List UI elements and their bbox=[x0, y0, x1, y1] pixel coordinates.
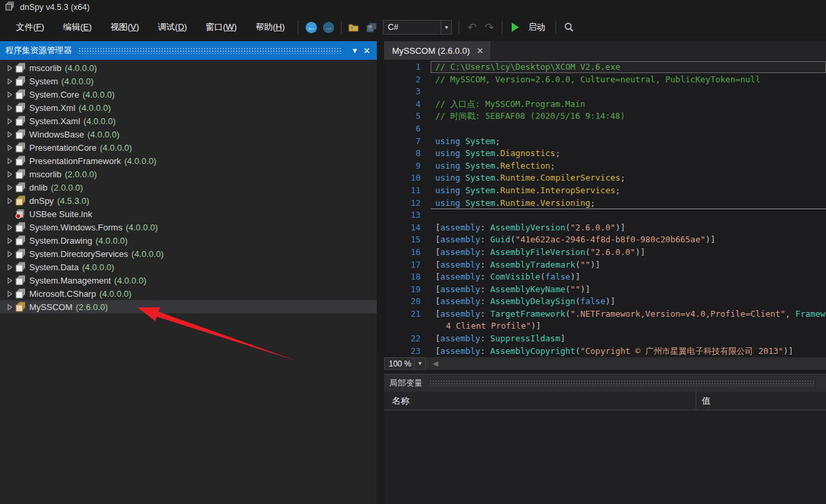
assembly-name: System.Drawing bbox=[29, 236, 92, 246]
assembly-version: (4.0.0.0) bbox=[132, 249, 163, 259]
assembly-icon bbox=[15, 195, 27, 206]
editor-bottom-bar: 100 % ▼ ◀ bbox=[384, 357, 826, 370]
assembly-tree-item[interactable]: System.Core(4.0.0.0) bbox=[0, 88, 377, 101]
expander-icon[interactable] bbox=[4, 290, 15, 297]
assembly-version: (2.0.0.0) bbox=[64, 169, 96, 179]
expander-icon[interactable] bbox=[4, 131, 15, 138]
menu-items: 文件(F)编辑(E)视图(V)调试(D)窗口(W)帮助(H) bbox=[7, 18, 294, 37]
assembly-explorer-panel: 程序集资源管理器 ▼ ✕ mscorlib(4.0.0.0)System(4.0… bbox=[0, 41, 377, 504]
assembly-tree-item[interactable]: System(4.0.0.0) bbox=[0, 74, 377, 88]
horizontal-scrollbar[interactable]: ◀ bbox=[426, 357, 826, 370]
panel-grip bbox=[429, 380, 814, 386]
panel-dropdown-button[interactable]: ▼ bbox=[349, 44, 361, 56]
expander-icon[interactable] bbox=[4, 184, 15, 191]
language-combo[interactable]: C# ▼ bbox=[383, 20, 452, 35]
assembly-tree-item[interactable]: dnlib(2.0.0.0) bbox=[0, 181, 377, 194]
menu-item[interactable]: 视图(V) bbox=[101, 18, 148, 37]
expander-icon[interactable] bbox=[4, 91, 15, 98]
assembly-tree-item[interactable]: System.Drawing(4.0.0.0) bbox=[0, 234, 377, 247]
assembly-tree-item[interactable]: mscorlib(2.0.0.0) bbox=[0, 167, 377, 181]
search-button[interactable] bbox=[560, 19, 577, 35]
expander-icon[interactable] bbox=[4, 197, 15, 205]
line-number: 20 bbox=[384, 295, 421, 308]
panel-close-button[interactable]: ✕ bbox=[361, 44, 373, 56]
expander-icon[interactable] bbox=[4, 250, 15, 258]
expander-icon[interactable] bbox=[4, 237, 15, 244]
code-line: 6 bbox=[384, 123, 826, 135]
redo-button[interactable]: ↷ bbox=[480, 19, 498, 35]
assembly-tree-item[interactable]: System.Xml(4.0.0.0) bbox=[0, 101, 377, 114]
column-header-value[interactable]: 值 bbox=[696, 392, 826, 410]
expander-icon[interactable] bbox=[4, 303, 15, 311]
assembly-version: (4.0.0.0) bbox=[84, 116, 116, 126]
expander-icon[interactable] bbox=[4, 118, 15, 125]
zoom-level-control[interactable]: 100 % bbox=[384, 357, 415, 370]
code-editor[interactable]: 1// C:\Users\lcy\Desktop\XCOM V2.6.exe2/… bbox=[384, 60, 826, 357]
assembly-name: Microsoft.CSharp bbox=[29, 289, 96, 299]
forward-button[interactable]: → bbox=[320, 19, 337, 35]
menu-item[interactable]: 帮助(H) bbox=[246, 18, 294, 37]
line-number: 11 bbox=[384, 185, 421, 197]
column-header-name[interactable]: 名称 bbox=[384, 392, 696, 410]
locals-body[interactable] bbox=[384, 411, 826, 504]
assembly-tree-item[interactable]: System.Windows.Forms(4.0.0.0) bbox=[0, 220, 377, 234]
assembly-tree-item[interactable]: PresentationFramework(4.0.0.0) bbox=[0, 154, 377, 167]
code-text bbox=[421, 209, 826, 222]
assembly-tree-item[interactable]: System.Data(4.0.0.0) bbox=[0, 260, 377, 274]
line-number: 16 bbox=[384, 246, 421, 259]
code-text: [assembly: TargetFramework(".NETFramewor… bbox=[421, 308, 826, 321]
assembly-name: System bbox=[29, 76, 58, 86]
expander-icon[interactable] bbox=[4, 224, 15, 231]
expander-icon[interactable] bbox=[4, 157, 15, 165]
chevron-down-icon: ▼ bbox=[441, 21, 451, 34]
panel-splitter[interactable] bbox=[377, 41, 384, 504]
search-icon bbox=[564, 22, 574, 33]
menu-item[interactable]: 文件(F) bbox=[7, 18, 54, 37]
assembly-tree-item[interactable]: System.Xaml(4.0.0.0) bbox=[0, 114, 377, 127]
tab-mysscom[interactable]: MySSCOM (2.6.0.0) ✕ bbox=[384, 41, 490, 60]
line-number: 8 bbox=[384, 147, 421, 160]
file-error-icon bbox=[15, 209, 27, 219]
expander-icon[interactable] bbox=[4, 78, 15, 85]
assembly-tree[interactable]: mscorlib(4.0.0.0)System(4.0.0.0)System.C… bbox=[0, 60, 377, 504]
assembly-version: (4.5.3.0) bbox=[57, 196, 89, 206]
line-number: 12 bbox=[384, 197, 421, 210]
code-text: 4 Client Profile")] bbox=[421, 320, 826, 333]
undo-button[interactable]: ↶ bbox=[463, 19, 480, 35]
assembly-tree-item[interactable]: System.DirectoryServices(4.0.0.0) bbox=[0, 247, 377, 260]
line-number: 1 bbox=[384, 61, 421, 74]
assembly-tree-item[interactable]: Microsoft.CSharp(4.0.0.0) bbox=[0, 287, 377, 300]
assembly-tree-item[interactable]: MySSCOM(2.6.0.0) bbox=[0, 300, 377, 313]
expander-icon[interactable] bbox=[4, 104, 15, 112]
save-all-button[interactable] bbox=[363, 19, 380, 35]
open-file-button[interactable] bbox=[346, 19, 363, 35]
menu-item[interactable]: 调试(D) bbox=[148, 18, 196, 37]
assembly-name: USBee Suite.lnk bbox=[29, 209, 92, 219]
assembly-tree-item[interactable]: dnSpy(4.5.3.0) bbox=[0, 194, 377, 207]
code-text: using System.Reflection; bbox=[421, 160, 826, 173]
back-button[interactable]: ← bbox=[302, 19, 320, 35]
expander-icon[interactable] bbox=[4, 64, 15, 72]
toolbar-separator bbox=[502, 21, 502, 34]
expander-icon[interactable] bbox=[4, 264, 15, 271]
assembly-tree-item[interactable]: WindowsBase(4.0.0.0) bbox=[0, 127, 377, 141]
menu-item[interactable]: 窗口(W) bbox=[196, 18, 246, 37]
line-number bbox=[384, 320, 421, 333]
assembly-name: System.Data bbox=[29, 262, 78, 272]
tab-close-icon[interactable]: ✕ bbox=[476, 46, 484, 56]
assembly-tree-item[interactable]: mscorlib(4.0.0.0) bbox=[0, 61, 377, 74]
code-line: 8using System.Diagnostics; bbox=[384, 147, 826, 160]
code-text: [assembly: AssemblyCopyright("Copyright … bbox=[421, 345, 826, 357]
zoom-dropdown-button[interactable]: ▼ bbox=[415, 357, 426, 370]
assembly-tree-item[interactable]: USBee Suite.lnk bbox=[0, 207, 377, 220]
assembly-tree-item[interactable]: PresentationCore(4.0.0.0) bbox=[0, 141, 377, 154]
assembly-tree-item[interactable]: System.Management(4.0.0.0) bbox=[0, 274, 377, 287]
expander-icon[interactable] bbox=[4, 171, 15, 178]
assembly-version: (4.0.0.0) bbox=[82, 90, 114, 100]
expander-icon[interactable] bbox=[4, 144, 15, 151]
code-line: 13 bbox=[384, 209, 826, 222]
expander-icon[interactable] bbox=[4, 277, 15, 284]
menu-item[interactable]: 编辑(E) bbox=[54, 18, 101, 37]
assembly-icon bbox=[15, 142, 27, 153]
start-button[interactable]: 启动 bbox=[506, 19, 552, 35]
